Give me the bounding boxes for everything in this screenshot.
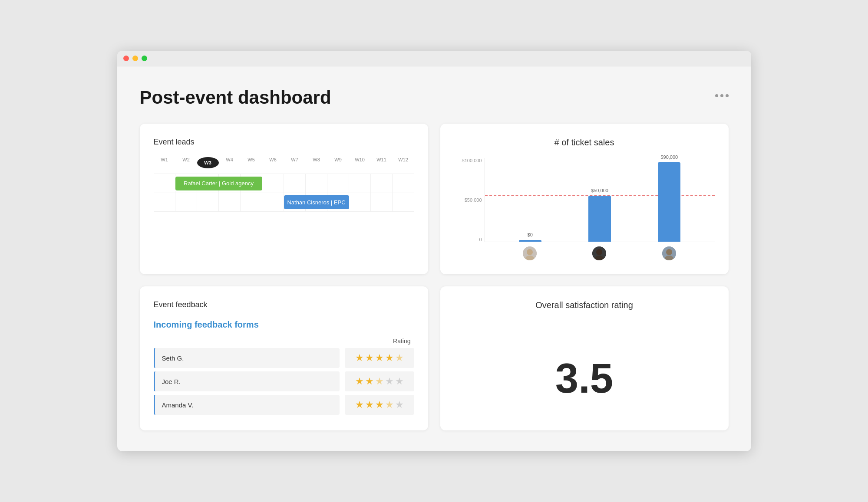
page-content: Post-event dashboard Event leads W1W2W3W… [117,66,751,451]
minimize-button[interactable] [132,56,138,61]
week-label: W1 [154,157,175,168]
star-icon: ★ [395,399,404,410]
gantt-cell [371,193,393,211]
bar-value-label: $50,000 [591,188,608,193]
chart-avatar [523,246,537,260]
chart-bar: $50,000 [588,196,611,242]
star-icon: ★ [385,376,394,387]
star-icon: ★ [365,399,374,410]
week-label: W9 [327,157,349,168]
satisfaction-title: Overall satisfaction rating [454,300,715,310]
feedback-rating-cell: ★★★★★ [345,348,414,368]
y-label-50k: $50,000 [454,197,485,203]
chart-plot-area: $0$50,000$90,000 [485,158,715,242]
close-button[interactable] [123,56,129,61]
gantt-cell [393,174,414,193]
page-header: Post-event dashboard [140,87,729,108]
star-icon: ★ [375,352,384,364]
feedback-rating-cell: ★★★★★ [345,371,414,391]
bar-value-label: $90,000 [660,154,678,160]
gantt-cell [371,174,393,193]
week-label: W6 [262,157,284,168]
titlebar [117,51,751,66]
gantt-chart: W1W2W3W4W5W6W7W8W9W10W11W12 Rafael Carte… [154,157,414,212]
satisfaction-card: Overall satisfaction rating 3.5 [440,286,729,430]
main-window: Post-event dashboard Event leads W1W2W3W… [117,51,751,451]
chart-bar: $90,000 [658,162,680,242]
gantt-cell [154,174,176,193]
week-label: W8 [306,157,327,168]
gantt-cell [349,174,371,193]
gantt-week-W2: W2 [175,157,197,168]
gantt-cell [262,174,284,193]
star-icon: ★ [385,399,394,410]
gantt-row-1: Rafael Carter | Gold agency [154,174,414,193]
week-label: W7 [284,157,306,168]
active-week-badge: W3 [197,157,219,168]
gantt-week-W6: W6 [262,157,284,168]
more-menu-button[interactable] [715,94,729,97]
week-label: W11 [371,157,393,168]
feedback-row: Joe R.★★★★★ [154,371,414,391]
gantt-rows: Rafael Carter | Gold agency Nathan Cisne… [154,174,414,212]
gantt-week-headers: W1W2W3W4W5W6W7W8W9W10W11W12 [154,157,414,168]
chart-avatar [662,246,676,260]
gantt-week-W10: W10 [349,157,371,168]
gantt-cell [327,174,349,193]
gantt-week-W9: W9 [327,157,349,168]
feedback-rating-cell: ★★★★★ [345,395,414,415]
chart-bars-container: $0$50,000$90,000 [485,158,715,242]
ellipsis-dot [715,94,718,97]
star-icon: ★ [365,352,374,364]
gantt-row-2: Nathan Cisneros | EPC [154,193,414,212]
gantt-week-W3: W3 [197,157,219,168]
feedback-row: Seth G.★★★★★ [154,348,414,368]
gantt-week-W5: W5 [241,157,262,168]
gantt-cell [241,193,262,211]
week-label: W4 [219,157,241,168]
y-axis: $100,000 $50,000 0 [454,158,485,242]
event-feedback-title: Event feedback [154,300,414,309]
satisfaction-score: 3.5 [555,321,613,418]
y-label-0: 0 [454,237,485,242]
star-icon: ★ [355,399,364,410]
gantt-week-W4: W4 [219,157,241,168]
maximize-button[interactable] [142,56,147,61]
gantt-week-W11: W11 [371,157,393,168]
gantt-cell [284,174,306,193]
event-feedback-card: Event feedback Incoming feedback forms R… [140,286,428,430]
gantt-week-W1: W1 [154,157,175,168]
ellipsis-dot [720,94,723,97]
chart-avatar [592,246,606,260]
feedback-section-title: Incoming feedback forms [154,320,414,330]
feedback-name-cell: Joe R. [154,371,340,391]
svg-point-4 [596,249,602,255]
gantt-week-W8: W8 [306,157,327,168]
gantt-week-W12: W12 [393,157,414,168]
bar-value-label: $0 [528,232,533,237]
svg-point-1 [527,249,533,255]
star-icon: ★ [355,376,364,387]
chart-bar-group: $0 [519,158,541,242]
week-label: W12 [393,157,414,168]
feedback-rows: Seth G.★★★★★Joe R.★★★★★Amanda V.★★★★★ [154,348,414,415]
star-icon: ★ [375,376,384,387]
chart-bar: $0 [519,240,541,242]
week-label: W5 [241,157,262,168]
gantt-cell [197,193,219,211]
gantt-cell [154,193,176,211]
feedback-name-cell: Seth G. [154,348,340,368]
gantt-cell [393,193,414,211]
page-title: Post-event dashboard [140,87,331,108]
star-icon: ★ [395,376,404,387]
gantt-cell [262,193,284,211]
star-icon: ★ [355,352,364,364]
feedback-name-cell: Amanda V. [154,395,340,415]
gantt-bar-blue: Nathan Cisneros | EPC [284,195,349,209]
chart-bar-group: $90,000 [658,158,680,242]
star-icon: ★ [395,352,404,364]
chart-bar-group: $50,000 [588,158,611,242]
gantt-cell [175,193,197,211]
svg-point-7 [666,249,672,255]
week-label: W10 [349,157,371,168]
